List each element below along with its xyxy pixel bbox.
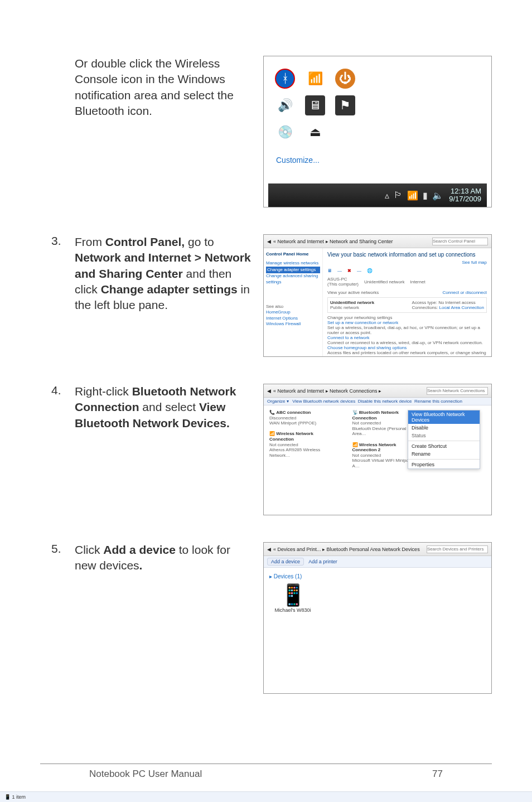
add-device-button[interactable]: Add a device bbox=[267, 558, 304, 566]
organize-menu[interactable]: Organize ▾ bbox=[267, 399, 289, 404]
volume-icon: 🔊 bbox=[275, 95, 295, 115]
menu-disable[interactable]: Disable bbox=[408, 424, 480, 432]
action-icon: ⚑ bbox=[335, 95, 355, 115]
cp-home[interactable]: Control Panel Home bbox=[266, 252, 320, 257]
screenshot-network-sharing: ◀ « Network and Internet ▸ Network and S… bbox=[263, 234, 492, 357]
menu-status[interactable]: Status bbox=[408, 432, 480, 439]
pc-icon: 🖥 bbox=[327, 268, 332, 273]
power-icon: ⏻ bbox=[335, 69, 355, 89]
search-input[interactable] bbox=[427, 387, 488, 395]
link-firewall[interactable]: Windows Firewall bbox=[266, 321, 320, 327]
step-number: 4. bbox=[51, 384, 75, 397]
screenshot-devices-printers: ◀ « Devices and Print... ▸ Bluetooth Per… bbox=[263, 542, 492, 694]
search-input[interactable] bbox=[432, 238, 488, 245]
link-advanced-sharing[interactable]: Change advanced sharing settings bbox=[266, 273, 320, 285]
conn-abc[interactable]: 📞 ABC connectionDisconnectedWAN Miniport… bbox=[269, 410, 336, 469]
menu-view-bt-devices[interactable]: View Bluetooth Network Devices bbox=[408, 410, 480, 424]
step4-text: Right-click Bluetooth Network Connection… bbox=[75, 384, 263, 431]
bluetooth-icon: ᚼ bbox=[275, 69, 295, 89]
link-homegroup[interactable]: HomeGroup bbox=[266, 310, 320, 315]
step3-text: From Control Panel, go to Network and In… bbox=[75, 234, 263, 313]
tray-battery-icon[interactable]: ▮ bbox=[423, 190, 428, 201]
disc-icon: 💿 bbox=[275, 122, 295, 142]
step5-text: Click Add a device to look for new devic… bbox=[75, 542, 263, 574]
see-also-label: See also bbox=[266, 304, 320, 310]
screenshot-network-connections: ◀ « Network and Internet ▸ Network Conne… bbox=[263, 384, 492, 515]
tray-flag-icon[interactable]: 🏳 bbox=[394, 190, 403, 201]
context-menu: View Bluetooth Network Devices Disable S… bbox=[408, 410, 480, 469]
tray-arrow-icon[interactable]: ▵ bbox=[385, 190, 389, 201]
footer-left: Notebook PC User Manual bbox=[89, 769, 202, 780]
link-connect-net[interactable]: Connect to a network bbox=[327, 335, 370, 340]
link-inet-options[interactable]: Internet Options bbox=[266, 316, 320, 321]
wireless-icon: 📶 bbox=[305, 69, 325, 89]
step-number: 3. bbox=[51, 234, 75, 248]
back-icon[interactable]: ◀ bbox=[267, 547, 271, 552]
link-connect-disconnect[interactable]: Connect or disconnect bbox=[442, 290, 487, 295]
breadcrumb[interactable]: « Network and Internet ▸ Network Connect… bbox=[273, 388, 381, 394]
customize-link[interactable]: Customize... bbox=[276, 156, 487, 165]
taskbar: ▵ 🏳 📶 ▮ 🔈 12:13 AM 9/17/2009 bbox=[268, 183, 487, 207]
menu-properties[interactable]: Properties bbox=[408, 461, 480, 468]
link-fullmap[interactable]: See full map bbox=[327, 260, 487, 265]
step-number: 5. bbox=[51, 542, 75, 555]
network-icon: 🖥 bbox=[305, 95, 325, 115]
globe-icon: 🌐 bbox=[367, 268, 373, 273]
panel-title: View your basic network information and … bbox=[327, 252, 487, 258]
screenshot-tray: ᚼ 📶 ⏻ 🔊 🖥 ⚑ 💿 ⏏ Customize... ▵ 🏳 📶 ▮ 🔈 bbox=[263, 56, 492, 207]
link-homegroup-opts[interactable]: Choose homegroup and sharing options bbox=[327, 345, 407, 350]
devices-category[interactable]: ▸ Devices (1) bbox=[269, 573, 486, 579]
tray-sound-icon[interactable]: 🔈 bbox=[432, 190, 443, 201]
menu-shortcut[interactable]: Create Shortcut bbox=[408, 442, 480, 450]
search-input[interactable] bbox=[427, 545, 488, 553]
back-icon[interactable]: ◀ bbox=[267, 388, 271, 394]
add-printer-button[interactable]: Add a printer bbox=[308, 559, 337, 564]
link-change-adapter[interactable]: Change adapter settings bbox=[266, 267, 320, 273]
tray-net-icon[interactable]: 📶 bbox=[407, 190, 418, 201]
intro-text: Or double click the Wireless Console ico… bbox=[75, 56, 252, 119]
menu-rename[interactable]: Rename bbox=[408, 450, 480, 458]
page-number: 77 bbox=[432, 769, 443, 780]
link-manage-wireless[interactable]: Manage wireless networks bbox=[266, 260, 320, 266]
breadcrumb[interactable]: « Network and Internet ▸ Network and Sha… bbox=[273, 239, 393, 244]
eject-icon: ⏏ bbox=[305, 122, 325, 142]
link-setup-conn[interactable]: Set up a new connection or network bbox=[327, 320, 398, 325]
device-item[interactable]: 📱 Michael's W830i bbox=[269, 583, 316, 613]
breadcrumb[interactable]: « Devices and Print... ▸ Bluetooth Perso… bbox=[273, 547, 420, 552]
x-icon: ✖ bbox=[347, 268, 351, 273]
phone-icon: 📱 bbox=[280, 583, 306, 607]
tray-clock: 12:13 AM 9/17/2009 bbox=[449, 187, 481, 204]
back-icon[interactable]: ◀ bbox=[267, 239, 271, 244]
